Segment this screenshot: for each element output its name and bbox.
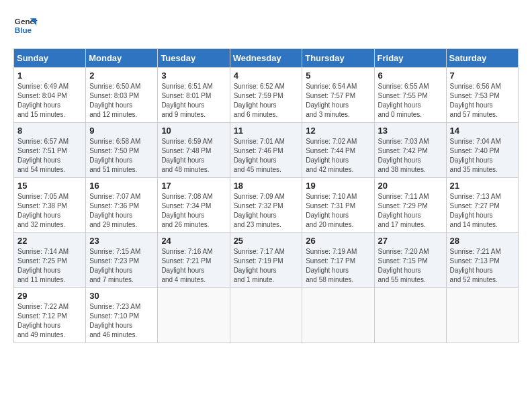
calendar-cell: [446, 288, 518, 343]
calendar-week-row: 29 Sunrise: 7:22 AMSunset: 7:12 PMDaylig…: [14, 288, 519, 343]
calendar-cell: 13 Sunrise: 7:03 AMSunset: 7:42 PMDaylig…: [374, 123, 446, 178]
calendar-cell: 29 Sunrise: 7:22 AMSunset: 7:12 PMDaylig…: [14, 288, 86, 343]
day-info: Sunrise: 6:49 AMSunset: 8:04 PMDaylight …: [17, 83, 69, 118]
calendar-cell: 7 Sunrise: 6:56 AMSunset: 7:53 PMDayligh…: [446, 68, 518, 123]
day-info: Sunrise: 7:20 AMSunset: 7:15 PMDaylight …: [378, 248, 429, 283]
calendar-table: SundayMondayTuesdayWednesdayThursdayFrid…: [13, 48, 519, 343]
day-number: 13: [378, 126, 443, 136]
calendar-cell: 3 Sunrise: 6:51 AMSunset: 8:01 PMDayligh…: [158, 68, 230, 123]
column-header-saturday: Saturday: [446, 49, 518, 68]
calendar-cell: 16 Sunrise: 7:07 AMSunset: 7:36 PMDaylig…: [86, 178, 158, 233]
day-number: 25: [234, 236, 299, 246]
calendar-cell: 17 Sunrise: 7:08 AMSunset: 7:34 PMDaylig…: [158, 178, 230, 233]
day-info: Sunrise: 6:50 AMSunset: 8:03 PMDaylight …: [89, 83, 140, 118]
day-info: Sunrise: 6:52 AMSunset: 7:59 PMDaylight …: [234, 83, 285, 118]
calendar-cell: 19 Sunrise: 7:10 AMSunset: 7:31 PMDaylig…: [302, 178, 374, 233]
calendar-cell: 9 Sunrise: 6:58 AMSunset: 7:50 PMDayligh…: [86, 123, 158, 178]
day-number: 19: [306, 181, 370, 191]
calendar-week-row: 8 Sunrise: 6:57 AMSunset: 7:51 PMDayligh…: [14, 123, 519, 178]
column-header-friday: Friday: [374, 49, 446, 68]
day-info: Sunrise: 6:56 AMSunset: 7:53 PMDaylight …: [450, 83, 501, 118]
day-number: 30: [89, 291, 154, 301]
day-number: 12: [306, 126, 370, 136]
calendar-cell: 2 Sunrise: 6:50 AMSunset: 8:03 PMDayligh…: [86, 68, 158, 123]
column-header-sunday: Sunday: [14, 49, 86, 68]
svg-text:Blue: Blue: [15, 26, 32, 34]
calendar-body: 1 Sunrise: 6:49 AMSunset: 8:04 PMDayligh…: [14, 68, 519, 343]
calendar-cell: [230, 288, 302, 343]
column-header-thursday: Thursday: [302, 49, 374, 68]
calendar-cell: 14 Sunrise: 7:04 AMSunset: 7:40 PMDaylig…: [446, 123, 518, 178]
calendar-week-row: 1 Sunrise: 6:49 AMSunset: 8:04 PMDayligh…: [14, 68, 519, 123]
day-number: 21: [450, 181, 515, 191]
day-info: Sunrise: 7:16 AMSunset: 7:21 PMDaylight …: [161, 248, 212, 283]
day-info: Sunrise: 6:55 AMSunset: 7:55 PMDaylight …: [378, 83, 429, 118]
calendar-cell: 30 Sunrise: 7:23 AMSunset: 7:10 PMDaylig…: [86, 288, 158, 343]
day-number: 28: [450, 236, 515, 246]
day-info: Sunrise: 7:05 AMSunset: 7:38 PMDaylight …: [17, 193, 69, 228]
day-number: 15: [17, 181, 82, 191]
calendar-cell: 15 Sunrise: 7:05 AMSunset: 7:38 PMDaylig…: [14, 178, 86, 233]
calendar-cell: 21 Sunrise: 7:13 AMSunset: 7:27 PMDaylig…: [446, 178, 518, 233]
calendar-header-row: SundayMondayTuesdayWednesdayThursdayFrid…: [14, 49, 519, 68]
day-number: 6: [378, 71, 443, 81]
day-number: 9: [89, 126, 154, 136]
logo: General Blue: [13, 13, 38, 38]
day-info: Sunrise: 6:58 AMSunset: 7:50 PMDaylight …: [89, 138, 140, 173]
day-info: Sunrise: 7:04 AMSunset: 7:40 PMDaylight …: [450, 138, 501, 173]
day-info: Sunrise: 7:21 AMSunset: 7:13 PMDaylight …: [450, 248, 501, 283]
day-info: Sunrise: 7:11 AMSunset: 7:29 PMDaylight …: [378, 193, 429, 228]
day-number: 4: [234, 71, 299, 81]
header: General Blue: [13, 13, 519, 38]
day-info: Sunrise: 7:08 AMSunset: 7:34 PMDaylight …: [161, 193, 212, 228]
day-info: Sunrise: 6:54 AMSunset: 7:57 PMDaylight …: [306, 83, 357, 118]
day-number: 22: [17, 236, 82, 246]
calendar-cell: 10 Sunrise: 6:59 AMSunset: 7:48 PMDaylig…: [158, 123, 230, 178]
calendar-cell: 23 Sunrise: 7:15 AMSunset: 7:23 PMDaylig…: [86, 233, 158, 288]
day-info: Sunrise: 7:14 AMSunset: 7:25 PMDaylight …: [17, 248, 69, 283]
day-number: 16: [89, 181, 154, 191]
calendar-cell: 5 Sunrise: 6:54 AMSunset: 7:57 PMDayligh…: [302, 68, 374, 123]
calendar-cell: 6 Sunrise: 6:55 AMSunset: 7:55 PMDayligh…: [374, 68, 446, 123]
calendar-cell: 8 Sunrise: 6:57 AMSunset: 7:51 PMDayligh…: [14, 123, 86, 178]
day-number: 18: [234, 181, 299, 191]
day-info: Sunrise: 7:13 AMSunset: 7:27 PMDaylight …: [450, 193, 501, 228]
calendar-cell: 27 Sunrise: 7:20 AMSunset: 7:15 PMDaylig…: [374, 233, 446, 288]
day-info: Sunrise: 7:17 AMSunset: 7:19 PMDaylight …: [234, 248, 285, 283]
day-number: 1: [17, 71, 82, 81]
day-info: Sunrise: 7:09 AMSunset: 7:32 PMDaylight …: [234, 193, 285, 228]
day-number: 2: [89, 71, 154, 81]
day-number: 27: [378, 236, 443, 246]
day-info: Sunrise: 7:02 AMSunset: 7:44 PMDaylight …: [306, 138, 357, 173]
day-info: Sunrise: 6:59 AMSunset: 7:48 PMDaylight …: [161, 138, 212, 173]
column-header-wednesday: Wednesday: [230, 49, 302, 68]
calendar-week-row: 22 Sunrise: 7:14 AMSunset: 7:25 PMDaylig…: [14, 233, 519, 288]
day-info: Sunrise: 7:19 AMSunset: 7:17 PMDaylight …: [306, 248, 357, 283]
day-number: 17: [161, 181, 226, 191]
calendar-cell: 20 Sunrise: 7:11 AMSunset: 7:29 PMDaylig…: [374, 178, 446, 233]
day-number: 8: [17, 126, 82, 136]
day-info: Sunrise: 7:23 AMSunset: 7:10 PMDaylight …: [89, 303, 140, 338]
calendar-cell: 18 Sunrise: 7:09 AMSunset: 7:32 PMDaylig…: [230, 178, 302, 233]
calendar-cell: 11 Sunrise: 7:01 AMSunset: 7:46 PMDaylig…: [230, 123, 302, 178]
calendar-cell: 1 Sunrise: 6:49 AMSunset: 8:04 PMDayligh…: [14, 68, 86, 123]
calendar-cell: [374, 288, 446, 343]
calendar-cell: 22 Sunrise: 7:14 AMSunset: 7:25 PMDaylig…: [14, 233, 86, 288]
calendar-cell: 28 Sunrise: 7:21 AMSunset: 7:13 PMDaylig…: [446, 233, 518, 288]
day-info: Sunrise: 7:22 AMSunset: 7:12 PMDaylight …: [17, 303, 69, 338]
calendar-cell: 24 Sunrise: 7:16 AMSunset: 7:21 PMDaylig…: [158, 233, 230, 288]
day-info: Sunrise: 6:57 AMSunset: 7:51 PMDaylight …: [17, 138, 69, 173]
column-header-monday: Monday: [86, 49, 158, 68]
calendar-cell: 26 Sunrise: 7:19 AMSunset: 7:17 PMDaylig…: [302, 233, 374, 288]
day-number: 26: [306, 236, 370, 246]
day-number: 10: [161, 126, 226, 136]
day-number: 5: [306, 71, 370, 81]
column-header-tuesday: Tuesday: [158, 49, 230, 68]
day-number: 3: [161, 71, 226, 81]
day-info: Sunrise: 7:03 AMSunset: 7:42 PMDaylight …: [378, 138, 429, 173]
calendar-cell: [158, 288, 230, 343]
day-info: Sunrise: 7:10 AMSunset: 7:31 PMDaylight …: [306, 193, 357, 228]
day-number: 11: [234, 126, 299, 136]
day-number: 23: [89, 236, 154, 246]
calendar-cell: 4 Sunrise: 6:52 AMSunset: 7:59 PMDayligh…: [230, 68, 302, 123]
